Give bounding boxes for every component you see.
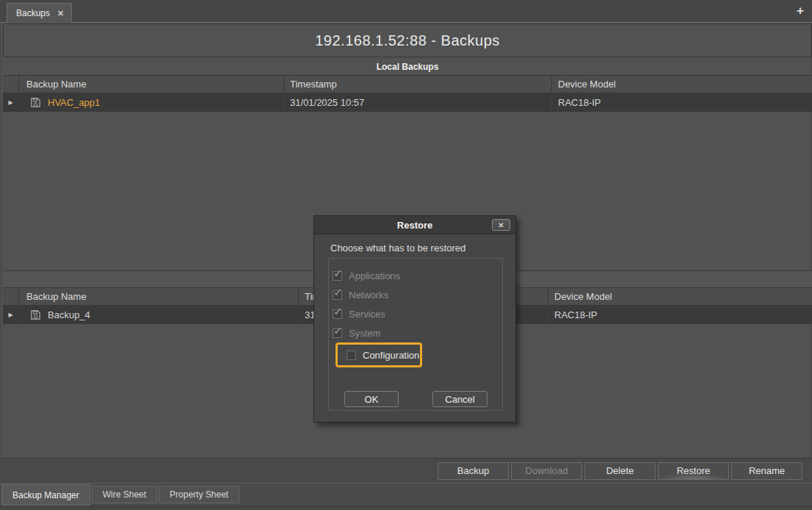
dialog-prompt: Choose what has to be restored [330,243,465,254]
backup-name-cell: Backup_4 [19,306,299,323]
tab-property-sheet[interactable]: Property Sheet [159,486,239,503]
checkbox-box[interactable]: ✓ [333,309,342,319]
restore-button[interactable]: Restore [658,462,729,480]
check-icon: ✓ [333,286,343,299]
backup-name-text: HVAC_app1 [48,97,100,108]
cancel-button[interactable]: Cancel [432,391,487,407]
backup-disk-icon [30,309,41,320]
checkbox-box[interactable]: ✓ [333,328,342,338]
backup-name-text: Backup_4 [48,309,90,320]
ok-button[interactable]: OK [344,391,399,407]
add-tab-icon[interactable]: + [797,4,804,18]
column-device-model: Device Model [552,76,812,93]
check-icon: ✓ [333,324,343,337]
tab-backups-label: Backups [16,8,50,18]
backup-manager-window: Backups ✕ + 192.168.1.52:88 - Backups Lo… [0,0,812,510]
top-tab-bar: Backups ✕ + [0,0,812,23]
column-device-model: Device Model [548,288,812,305]
column-backup-name: Backup Name [19,288,299,305]
checkbox-box[interactable]: ✓ [333,290,342,300]
checkbox-label: Services [349,309,385,320]
backup-button[interactable]: Backup [438,462,509,480]
row-gutter[interactable]: ▶ [3,93,19,111]
bottom-edge-strip [0,506,812,510]
column-backup-name: Backup Name [19,76,284,93]
backup-disk-icon [30,97,41,108]
restore-options-group: ✓ Applications ✓ Networks ✓ Services ✓ S… [328,258,503,411]
checkbox-networks[interactable]: ✓ Networks [329,285,502,304]
checkbox-label: Applications [349,270,400,281]
header-gutter [3,76,19,93]
row-expand-icon[interactable]: ▶ [8,312,12,318]
device-model-cell: RAC18-IP [548,306,812,323]
action-button-bar: Backup Download Delete Restore Rename [0,458,812,483]
checkbox-box[interactable]: ✓ [333,271,342,281]
checkbox-applications[interactable]: ✓ Applications [329,266,502,285]
local-backups-header-row: Backup Name Timestamp Device Model [3,76,812,93]
checkbox-label: Networks [349,290,388,301]
page-title: 192.168.1.52:88 - Backups [3,24,812,57]
dialog-close-icon[interactable]: ✕ [492,219,510,231]
dialog-title: Restore [397,220,432,231]
device-model-cell: RAC18-IP [552,93,812,111]
local-backups-heading: Local Backups [3,58,812,76]
delete-button[interactable]: Delete [584,462,656,480]
checkbox-box[interactable]: ✓ [347,351,356,360]
tab-backup-manager[interactable]: Backup Manager [1,484,90,506]
timestamp-cell: 31/01/2025 10:57 [284,93,552,111]
rename-button[interactable]: Rename [731,462,802,480]
checkbox-services[interactable]: ✓ Services [329,304,502,323]
download-button[interactable]: Download [511,462,582,480]
checkbox-label: System [349,328,380,339]
column-timestamp: Timestamp [284,76,552,93]
check-icon: ✓ [333,305,343,318]
row-expand-icon[interactable]: ▶ [8,99,12,106]
tab-wire-sheet[interactable]: Wire Sheet [92,486,157,503]
check-icon: ✓ [333,267,343,280]
close-icon[interactable]: ✕ [57,9,64,18]
checkbox-configuration[interactable]: ✓ Configuration [336,342,422,367]
dialog-titlebar[interactable]: Restore [314,216,515,234]
checkbox-label: Configuration [363,350,419,361]
header-gutter [3,288,19,305]
backup-name-cell: HVAC_app1 [19,93,284,111]
page-title-text: 192.168.1.52:88 - Backups [315,32,500,49]
row-gutter[interactable]: ▶ [3,306,19,323]
table-row[interactable]: ▶ HVAC_app1 31/01/2025 10:57 RAC18-IP [3,93,812,112]
tab-backups[interactable]: Backups ✕ [7,3,72,23]
checkbox-system[interactable]: ✓ System [329,323,502,342]
restore-dialog: Restore ✕ Choose what has to be restored… [313,215,516,423]
